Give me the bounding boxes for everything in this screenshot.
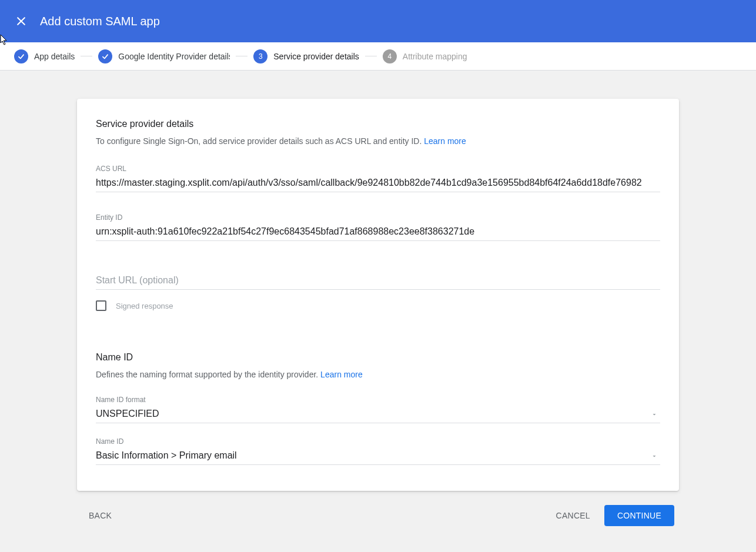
- name-id-format-select[interactable]: UNSPECIFIED: [96, 406, 660, 423]
- section-description: To configure Single Sign-On, add service…: [96, 136, 660, 146]
- step-separator: [365, 56, 377, 56]
- step-number-icon: 3: [253, 49, 267, 63]
- stepper: App details Google Identity Provider det…: [0, 42, 756, 71]
- step-label: Google Identity Provider details: [118, 52, 230, 61]
- step-label: App details: [34, 52, 75, 61]
- step-separator: [81, 56, 92, 56]
- signed-response-row: Signed response: [96, 300, 660, 311]
- step-number-icon: 4: [383, 49, 397, 63]
- step-sp-details: 3 Service provider details: [253, 49, 359, 63]
- step-separator: [236, 56, 247, 56]
- chevron-down-icon: [651, 451, 658, 462]
- field-label: Entity ID: [96, 213, 660, 222]
- chevron-down-icon: [651, 410, 658, 420]
- header-bar: Add custom SAML app: [0, 0, 756, 42]
- checkmark-icon: [98, 49, 112, 63]
- step-label: Attribute mapping: [403, 52, 467, 61]
- acs-url-field: ACS URL: [96, 162, 660, 192]
- learn-more-link[interactable]: Learn more: [424, 136, 466, 146]
- section-description: Defines the naming format supported by t…: [96, 370, 660, 379]
- checkmark-icon: [14, 49, 28, 63]
- acs-url-input[interactable]: [96, 175, 660, 192]
- section-title: Name ID: [96, 352, 660, 363]
- entity-id-input[interactable]: [96, 224, 660, 241]
- name-id-select[interactable]: Basic Information > Primary email: [96, 448, 660, 465]
- step-attribute-mapping: 4 Attribute mapping: [383, 49, 467, 63]
- footer: BACK CANCEL CONTINUE: [77, 491, 679, 540]
- desc-text: Defines the naming format supported by t…: [96, 370, 320, 379]
- checkbox-label: Signed response: [116, 302, 173, 310]
- continue-button[interactable]: CONTINUE: [604, 505, 674, 526]
- field-label: Name ID: [96, 437, 660, 446]
- field-label: Name ID format: [96, 396, 660, 404]
- cancel-button[interactable]: CANCEL: [549, 506, 597, 525]
- start-url-field: [96, 270, 660, 290]
- step-idp-details[interactable]: Google Identity Provider details: [98, 49, 230, 63]
- select-value: UNSPECIFIED: [96, 409, 159, 419]
- desc-text: To configure Single Sign-On, add service…: [96, 136, 424, 146]
- main-card: Service provider details To configure Si…: [77, 99, 679, 491]
- section-title: Service provider details: [96, 119, 660, 129]
- back-button[interactable]: BACK: [82, 506, 119, 525]
- field-label: ACS URL: [96, 165, 660, 173]
- signed-response-checkbox[interactable]: [96, 300, 106, 311]
- entity-id-field: Entity ID: [96, 211, 660, 241]
- step-app-details[interactable]: App details: [14, 49, 75, 63]
- page-title: Add custom SAML app: [40, 15, 160, 28]
- close-icon[interactable]: [14, 14, 28, 28]
- start-url-input[interactable]: [96, 273, 660, 290]
- learn-more-link[interactable]: Learn more: [320, 370, 363, 379]
- step-label: Service provider details: [273, 52, 359, 61]
- select-value: Basic Information > Primary email: [96, 450, 237, 460]
